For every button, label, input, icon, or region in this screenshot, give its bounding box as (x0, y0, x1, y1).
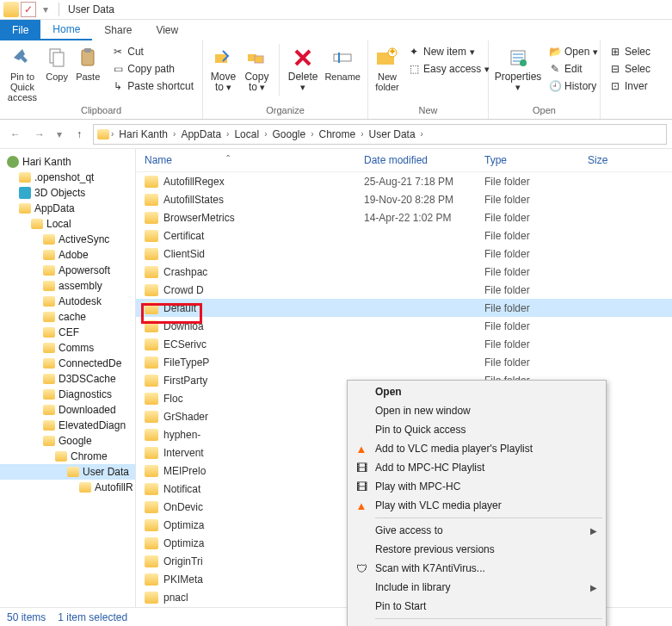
tab-view[interactable]: View (144, 20, 190, 40)
copy-button[interactable]: Copy (43, 44, 71, 84)
recent-dropdown[interactable]: ▾ (53, 124, 65, 145)
properties-button[interactable]: Properties ▾ (494, 44, 542, 94)
menu-item[interactable]: ▲Play with VLC media player (349, 496, 604, 515)
tree-node[interactable]: ElevatedDiagn (0, 418, 135, 433)
tree-node[interactable]: CEF (0, 325, 135, 340)
edit-button[interactable]: ✎Edit (546, 61, 601, 77)
delete-button[interactable]: Delete ▾ (287, 44, 320, 94)
tree-node[interactable]: ConnectedDe (0, 356, 135, 371)
tree-node[interactable]: Downloaded (0, 402, 135, 418)
tab-file[interactable]: File (0, 20, 40, 40)
file-type: File folder (484, 176, 588, 188)
crumb[interactable]: Local (231, 128, 262, 140)
col-size[interactable]: Size (588, 154, 639, 166)
menu-item[interactable]: Pin to Quick access (349, 420, 604, 439)
file-row[interactable]: DownloaFile folder (136, 317, 672, 335)
menu-label: Restore previous versions (375, 543, 495, 555)
selectall-button[interactable]: ⊞Selec (606, 44, 654, 59)
copyto-button[interactable]: Copy to ▾ (242, 44, 272, 94)
tree-node[interactable]: AutofillR (0, 480, 135, 495)
tree-node[interactable]: Google (0, 433, 135, 449)
crumb[interactable]: User Data (366, 128, 419, 140)
tree-node[interactable]: .openshot_qt (0, 170, 135, 185)
menu-item[interactable]: Restore previous versions (349, 540, 604, 559)
context-menu[interactable]: OpenOpen in new windowPin to Quick acces… (347, 380, 607, 626)
tree-node[interactable]: 3D Objects (0, 185, 135, 201)
col-date[interactable]: Date modified (364, 154, 484, 166)
file-row[interactable]: ECSerivcFile folder (136, 335, 672, 353)
history-button[interactable]: 🕘History (546, 78, 601, 94)
tree-node[interactable]: Adobe (0, 247, 135, 263)
tab-home[interactable]: Home (40, 20, 92, 40)
crumb[interactable]: Google (268, 128, 309, 140)
menu-item[interactable]: Give access to▶ (349, 521, 604, 540)
col-type[interactable]: Type (484, 154, 588, 166)
file-row[interactable]: AutofillRegex25-Aug-21 7:18 PMFile folde… (136, 172, 672, 190)
selectnone-button[interactable]: ⊟Selec (606, 61, 654, 77)
tree-node[interactable]: Chrome (0, 449, 135, 464)
tree-node[interactable]: Comms (0, 340, 135, 356)
crumb[interactable]: AppData (177, 128, 225, 140)
moveto-button[interactable]: Move to ▾ (208, 44, 238, 94)
open-button[interactable]: 📂Open ▾ (546, 44, 601, 59)
newfolder-button[interactable]: ✦ New folder (373, 44, 401, 94)
file-date: 19-Nov-20 8:28 PM (364, 194, 484, 206)
file-list[interactable]: Name ˆ Date modified Type Size AutofillR… (136, 149, 672, 607)
tree-node[interactable]: User Data (0, 464, 135, 480)
col-name[interactable]: Name ˆ (145, 154, 364, 166)
nav-tree[interactable]: Hari Kanth.openshot_qt3D ObjectsAppDataL… (0, 149, 136, 607)
menu-item[interactable]: ▲Add to VLC media player's Playlist (349, 439, 604, 458)
file-row[interactable]: Crowd DFile folder (136, 281, 672, 299)
paste-button[interactable]: Paste (74, 44, 102, 84)
newitem-button[interactable]: ✦New item ▾ (404, 44, 493, 59)
file-row[interactable]: ClientSidFile folder (136, 245, 672, 263)
copypath-button[interactable]: ▭Copy path (108, 61, 197, 77)
tree-node[interactable]: D3DSCache (0, 371, 135, 387)
menu-item[interactable]: Send to▶ (349, 622, 604, 626)
easyaccess-button[interactable]: ⬚Easy access ▾ (404, 61, 493, 77)
invert-button[interactable]: ⊡Inver (606, 78, 654, 94)
qat-check-icon[interactable]: ✓ (21, 2, 36, 17)
svg-rect-6 (255, 56, 263, 63)
menu-item[interactable]: Open in new window (349, 401, 604, 420)
file-row[interactable]: BrowserMetrics14-Apr-22 1:02 PMFile fold… (136, 208, 672, 226)
cut-button[interactable]: ✂Cut (108, 44, 197, 59)
tree-label: 3D Objects (34, 187, 85, 199)
file-row[interactable]: CertificatFile folder (136, 226, 672, 245)
forward-button[interactable]: → (29, 124, 50, 145)
qat-dropdown-icon[interactable]: ▾ (38, 2, 53, 17)
up-button[interactable]: ↑ (69, 124, 89, 145)
tree-node[interactable]: Autodesk (0, 294, 135, 309)
tree-node[interactable]: Apowersoft (0, 263, 135, 278)
file-row[interactable]: FileTypePFile folder (136, 353, 672, 371)
menu-item[interactable]: Include in library▶ (349, 578, 604, 597)
back-button[interactable]: ← (5, 124, 26, 145)
tree-node[interactable]: cache (0, 309, 135, 325)
tree-node[interactable]: Local (0, 216, 135, 232)
pin-quickaccess-button[interactable]: Pin to Quick access (5, 44, 40, 104)
tree-node[interactable]: ActiveSync (0, 232, 135, 247)
address-bar: ← → ▾ ↑ › Hari Kanth› AppData› Local› Go… (0, 120, 672, 149)
crumb[interactable]: Hari Kanth (115, 128, 171, 140)
file-row[interactable]: DefaultFile folder (136, 299, 672, 317)
file-row[interactable]: AutofillStates19-Nov-20 8:28 PMFile fold… (136, 190, 672, 208)
file-row[interactable]: CrashpacFile folder (136, 263, 672, 281)
menu-item[interactable]: 🛡Scan with K7AntiVirus... (349, 559, 604, 578)
menu-item[interactable]: Pin to Start (349, 597, 604, 616)
menu-item[interactable]: 🎞Add to MPC-HC Playlist (349, 458, 604, 477)
pasteshortcut-button[interactable]: ↳Paste shortcut (108, 78, 197, 94)
tree-node[interactable]: Diagnostics (0, 387, 135, 402)
menu-item[interactable]: 🎞Play with MPC-HC (349, 477, 604, 496)
menu-item[interactable]: Open (349, 382, 604, 401)
tab-share[interactable]: Share (92, 20, 144, 40)
tree-node[interactable]: AppData (0, 201, 135, 216)
rename-button[interactable]: Rename (323, 44, 362, 84)
tree-label: AppData (34, 202, 75, 214)
breadcrumb[interactable]: › Hari Kanth› AppData› Local› Google› Ch… (93, 124, 667, 145)
crumb[interactable]: Chrome (316, 128, 360, 140)
tree-label: User Data (83, 466, 129, 478)
column-headers[interactable]: Name ˆ Date modified Type Size (136, 149, 672, 172)
tree-node[interactable]: assembly (0, 278, 135, 294)
tree-node[interactable]: Hari Kanth (0, 154, 135, 170)
folder-icon (43, 312, 55, 322)
